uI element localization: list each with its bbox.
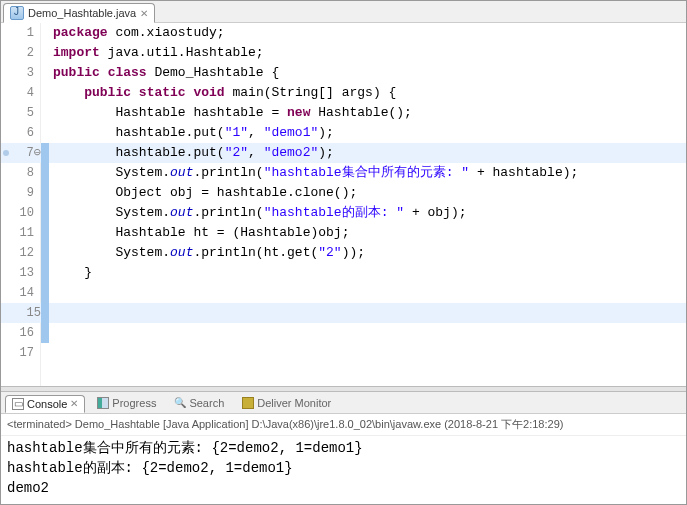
code-line[interactable]: import java.util.Hashtable; — [53, 43, 686, 63]
line-number: 6 — [1, 123, 34, 143]
tab-progress-label: Progress — [112, 397, 156, 409]
progress-icon — [97, 397, 109, 409]
line-number: 12 — [1, 243, 34, 263]
console-line: demo2 — [7, 478, 680, 498]
tab-search[interactable]: 🔍 Search — [168, 395, 230, 411]
code-line[interactable]: hashtable.put("1", "demo1"); — [53, 123, 686, 143]
code-area[interactable]: package com.xiaostudy;import java.util.H… — [41, 23, 686, 386]
line-number: 5 — [1, 103, 34, 123]
line-number: 15 — [1, 303, 41, 323]
line-number: 13 — [1, 263, 34, 283]
tab-deliver-label: Deliver Monitor — [257, 397, 331, 409]
deliver-icon — [242, 397, 254, 409]
tab-search-label: Search — [189, 397, 224, 409]
code-line[interactable]: System.out.println(ht.get("2")); — [53, 243, 686, 263]
tab-console-label: Console — [27, 398, 67, 410]
code-line[interactable]: hashtable.put("2", "demo2"); — [53, 143, 686, 163]
code-line[interactable]: public class Demo_Hashtable { — [53, 63, 686, 83]
close-icon[interactable]: ✕ — [70, 398, 78, 409]
code-line[interactable]: public static void main(String[] args) { — [53, 83, 686, 103]
close-icon[interactable]: ✕ — [140, 8, 148, 19]
line-number: 7⊖ — [1, 143, 41, 163]
line-number: 2 — [1, 43, 34, 63]
code-line[interactable]: Hashtable hashtable = new Hashtable(); — [53, 103, 686, 123]
line-number: 17 — [1, 343, 34, 363]
console-icon: ▭ — [12, 398, 24, 410]
editor-tabbar: Demo_Hashtable.java ✕ — [1, 1, 686, 23]
tab-title: Demo_Hashtable.java — [28, 7, 136, 19]
code-line[interactable]: Object obj = hashtable.clone(); — [53, 183, 686, 203]
console-tabbar: ▭ Console ✕ Progress 🔍 Search Deliver Mo… — [1, 392, 686, 414]
code-line[interactable]: System.out.println("hashtable集合中所有的元素: "… — [53, 163, 686, 183]
line-number: 10 — [1, 203, 34, 223]
code-line[interactable]: Hashtable ht = (Hashtable)obj; — [53, 223, 686, 243]
java-file-icon — [10, 6, 24, 20]
line-number: 8 — [1, 163, 34, 183]
line-number-gutter: 1234567⊖891011121314151617 — [1, 23, 41, 386]
code-line[interactable]: package com.xiaostudy; — [53, 23, 686, 43]
tab-deliver-monitor[interactable]: Deliver Monitor — [236, 395, 337, 411]
line-number: 9 — [1, 183, 34, 203]
code-line[interactable]: } — [53, 263, 686, 283]
code-content[interactable]: package com.xiaostudy;import java.util.H… — [41, 23, 686, 283]
line-number: 1 — [1, 23, 34, 43]
code-editor[interactable]: 1234567⊖891011121314151617 package com.x… — [1, 23, 686, 386]
tab-demo-hashtable[interactable]: Demo_Hashtable.java ✕ — [3, 3, 155, 23]
console-line: hashtable的副本: {2=demo2, 1=demo1} — [7, 458, 680, 478]
search-icon: 🔍 — [174, 397, 186, 409]
code-line[interactable]: System.out.println("hashtable的副本: " + ob… — [53, 203, 686, 223]
console-output[interactable]: hashtable集合中所有的元素: {2=demo2, 1=demo1}has… — [1, 436, 686, 504]
console-header: <terminated> Demo_Hashtable [Java Applic… — [1, 414, 686, 436]
tab-progress[interactable]: Progress — [91, 395, 162, 411]
line-number: 16 — [1, 323, 34, 343]
tab-console[interactable]: ▭ Console ✕ — [5, 395, 85, 413]
line-number: 14 — [1, 283, 34, 303]
console-line: hashtable集合中所有的元素: {2=demo2, 1=demo1} — [7, 438, 680, 458]
line-number: 11 — [1, 223, 34, 243]
line-number: 4 — [1, 83, 34, 103]
line-number: 3 — [1, 63, 34, 83]
